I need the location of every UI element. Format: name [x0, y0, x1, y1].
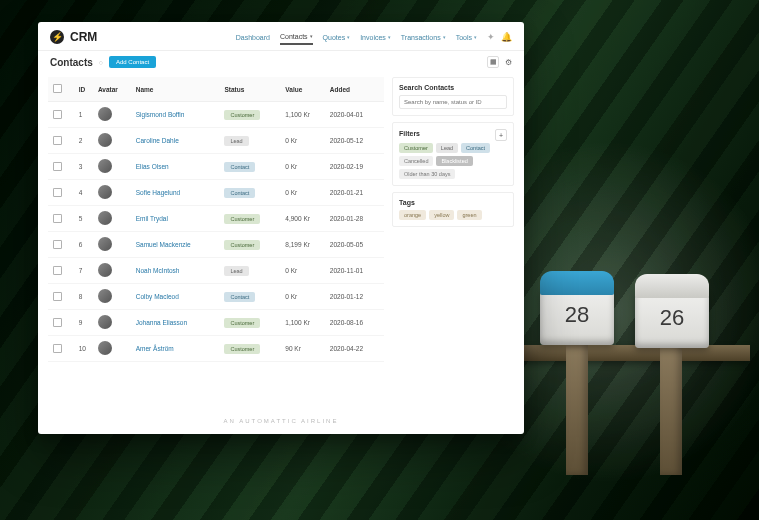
notifications-icon[interactable]: 🔔 — [501, 32, 512, 42]
status-badge: Customer — [224, 240, 260, 250]
tag-yellow[interactable]: yellow — [429, 210, 454, 220]
chevron-down-icon: ▾ — [310, 33, 313, 39]
tag-orange[interactable]: orange — [399, 210, 426, 220]
tags-panel: Tags orangeyellowgreen — [392, 192, 514, 227]
contact-name-link[interactable]: Caroline Dahle — [136, 137, 179, 144]
cell-id: 9 — [76, 310, 95, 336]
table-row[interactable]: 3Elias OlsenContact0 Kr2020-02-19 — [48, 154, 384, 180]
cell-value: 8,199 Kr — [282, 232, 327, 258]
contact-name-link[interactable]: Samuel Mackenzie — [136, 241, 191, 248]
tag-green[interactable]: green — [457, 210, 481, 220]
table-row[interactable]: 6Samuel MackenzieCustomer8,199 Kr2020-05… — [48, 232, 384, 258]
table-row[interactable]: 10Amer ÅströmCustomer90 Kr2020-04-22 — [48, 336, 384, 362]
status-badge: Lead — [224, 136, 248, 146]
chevron-down-icon: ▾ — [474, 34, 477, 40]
cell-value: 1,100 Kr — [282, 310, 327, 336]
table-row[interactable]: 1Sigismond BoffinCustomer1,100 Kr2020-04… — [48, 102, 384, 128]
crm-app-window: ⚡ CRM DashboardContacts▾Quotes▾Invoices▾… — [38, 22, 524, 434]
row-checkbox[interactable] — [53, 265, 62, 274]
col-status[interactable]: Status — [221, 77, 282, 102]
col-value[interactable]: Value — [282, 77, 327, 102]
col-name[interactable]: Name — [133, 77, 222, 102]
chevron-down-icon: ▾ — [347, 34, 350, 40]
cell-value: 0 Kr — [282, 258, 327, 284]
avatar — [98, 263, 112, 277]
col-added[interactable]: Added — [327, 77, 384, 102]
table-row[interactable]: 8Colby MacleodContact0 Kr2020-01-12 — [48, 284, 384, 310]
filter-customer[interactable]: Customer — [399, 143, 433, 153]
status-badge: Customer — [224, 110, 260, 120]
contact-name-link[interactable]: Elias Olsen — [136, 163, 169, 170]
extension-icon[interactable]: ✦ — [487, 32, 495, 42]
status-badge: Contact — [224, 162, 255, 172]
nav-invoices[interactable]: Invoices▾ — [360, 34, 391, 41]
status-badge: Customer — [224, 214, 260, 224]
contact-name-link[interactable]: Colby Macleod — [136, 293, 179, 300]
cell-added: 2020-05-05 — [327, 232, 384, 258]
contact-name-link[interactable]: Sigismond Boffin — [136, 111, 185, 118]
filter-lead[interactable]: Lead — [436, 143, 458, 153]
row-checkbox[interactable] — [53, 213, 62, 222]
filter-cancelled[interactable]: Cancelled — [399, 156, 433, 166]
filter-older[interactable]: Older than 30 days — [399, 169, 455, 179]
nav-transactions[interactable]: Transactions▾ — [401, 34, 446, 41]
mailbox: 28 — [540, 285, 614, 345]
contact-name-link[interactable]: Noah McIntosh — [136, 267, 180, 274]
layout-toggle-icon[interactable]: ▦ — [487, 56, 499, 68]
page-title: Contacts — [50, 57, 93, 68]
table-row[interactable]: 9Johanna EliassonCustomer1,100 Kr2020-08… — [48, 310, 384, 336]
nav-quotes[interactable]: Quotes▾ — [323, 34, 351, 41]
cell-added: 2020-01-12 — [327, 284, 384, 310]
table-row[interactable]: 4Sofie HagelundContact0 Kr2020-01-21 — [48, 180, 384, 206]
row-checkbox[interactable] — [53, 343, 62, 352]
wood-beam — [500, 345, 750, 361]
contact-name-link[interactable]: Johanna Eliasson — [136, 319, 187, 326]
status-badge: Contact — [224, 188, 255, 198]
add-contact-button[interactable]: Add Contact — [109, 56, 156, 68]
cell-added: 2020-11-01 — [327, 258, 384, 284]
cell-id: 8 — [76, 284, 95, 310]
subheader: Contacts ○ Add Contact ▦ ⚙ — [38, 51, 524, 73]
search-panel: Search Contacts — [392, 77, 514, 116]
save-filter-icon[interactable]: + — [495, 129, 507, 141]
row-checkbox[interactable] — [53, 317, 62, 326]
contact-name-link[interactable]: Emil Trydal — [136, 215, 168, 222]
contacts-table: IDAvatarNameStatusValueAdded 1Sigismond … — [48, 77, 384, 410]
col-avatar[interactable]: Avatar — [95, 77, 133, 102]
table-row[interactable]: 5Emil TrydalCustomer4,900 Kr2020-01-28 — [48, 206, 384, 232]
row-checkbox[interactable] — [53, 187, 62, 196]
cell-value: 0 Kr — [282, 180, 327, 206]
row-checkbox[interactable] — [53, 291, 62, 300]
filters-title: Filters — [399, 130, 420, 137]
filter-blacklisted[interactable]: Blacklisted — [436, 156, 472, 166]
row-checkbox[interactable] — [53, 239, 62, 248]
select-all-checkbox[interactable] — [53, 84, 62, 93]
cell-added: 2020-02-19 — [327, 154, 384, 180]
cell-value: 1,100 Kr — [282, 102, 327, 128]
mailbox: 26 — [635, 288, 709, 348]
table-row[interactable]: 2Caroline DahleLead0 Kr2020-05-12 — [48, 128, 384, 154]
cell-value: 90 Kr — [282, 336, 327, 362]
status-badge: Contact — [224, 292, 255, 302]
chevron-down-icon: ▾ — [388, 34, 391, 40]
mailbox-number: 26 — [660, 305, 684, 331]
status-badge: Customer — [224, 318, 260, 328]
status-badge: Lead — [224, 266, 248, 276]
col-id[interactable]: ID — [76, 77, 95, 102]
cell-value: 4,900 Kr — [282, 206, 327, 232]
nav-dashboard[interactable]: Dashboard — [236, 34, 270, 41]
contact-name-link[interactable]: Sofie Hagelund — [136, 189, 180, 196]
row-checkbox[interactable] — [53, 135, 62, 144]
row-checkbox[interactable] — [53, 109, 62, 118]
contact-name-link[interactable]: Amer Åström — [136, 345, 174, 352]
row-checkbox[interactable] — [53, 161, 62, 170]
table-row[interactable]: 7Noah McIntoshLead0 Kr2020-11-01 — [48, 258, 384, 284]
nav-tools[interactable]: Tools▾ — [456, 34, 477, 41]
sidebar: Search Contacts Filters + CustomerLeadCo… — [392, 77, 514, 410]
settings-gear-icon[interactable]: ⚙ — [505, 58, 512, 67]
search-input[interactable] — [399, 95, 507, 109]
filters-panel: Filters + CustomerLeadContactCancelledBl… — [392, 122, 514, 186]
count-badge: ○ — [99, 59, 103, 66]
nav-contacts[interactable]: Contacts▾ — [280, 33, 313, 45]
filter-contact[interactable]: Contact — [461, 143, 490, 153]
